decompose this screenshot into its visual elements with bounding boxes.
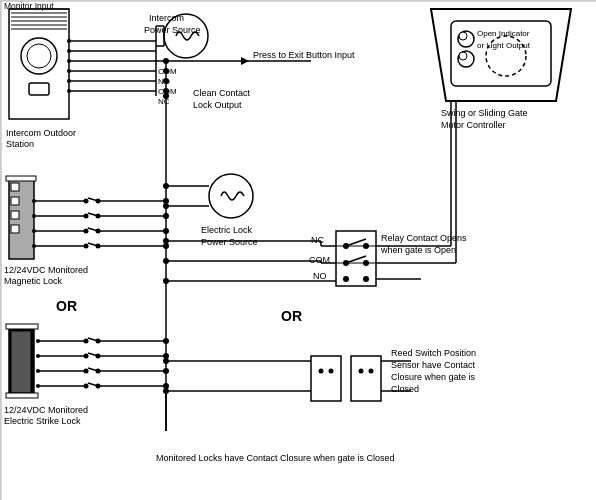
svg-rect-79 [6,393,38,398]
svg-rect-78 [6,324,38,329]
svg-point-49 [84,199,89,204]
svg-rect-36 [11,197,19,205]
intercom-power-label: Intercom [149,13,184,23]
clean-contact-label: Clean Contact [193,88,251,98]
reed-switch-label: Reed Switch Position [391,348,476,358]
electric-strike-label: 12/24VDC Monitored [4,405,88,415]
svg-point-151 [369,369,374,374]
svg-point-120 [163,203,169,209]
electric-lock-power-label2: Power Source [201,237,258,247]
svg-point-94 [84,354,89,359]
svg-rect-37 [11,211,19,219]
svg-point-10 [27,44,51,68]
electric-strike-label2: Electric Strike Lock [4,416,81,426]
open-indicator-label: Open Indicator [477,29,530,38]
svg-point-118 [163,183,169,189]
svg-point-116 [209,174,253,218]
svg-rect-146 [311,356,341,401]
svg-point-73 [163,213,169,219]
svg-point-163 [459,52,467,60]
svg-point-149 [329,369,334,374]
intercom-outdoor-label: Intercom Outdoor [6,128,76,138]
svg-rect-77 [11,331,31,393]
intercom-power-label2: Power Source [144,25,201,35]
no-label2: NO [313,271,327,281]
svg-point-170 [163,58,169,64]
svg-point-59 [84,229,89,234]
relay-label: Relay Contact Opens [381,233,467,243]
svg-point-64 [84,244,89,249]
svg-point-133 [163,238,169,244]
svg-rect-39 [6,176,36,181]
svg-point-141 [163,278,169,284]
monitor-input-text: Monitor Input [4,1,54,11]
svg-point-99 [84,369,89,374]
reed-switch-label2: Sensor have Contact [391,360,476,370]
svg-point-130 [343,276,349,282]
open-indicator-label2: or Light Output [477,41,531,50]
clean-contact-label2: Lock Output [193,100,242,110]
svg-point-162 [459,32,467,40]
svg-point-148 [319,369,324,374]
reed-switch-label4: Closed [391,384,419,394]
or1-label: OR [56,298,77,314]
svg-point-114 [163,368,169,374]
svg-point-131 [363,276,369,282]
svg-point-150 [359,369,364,374]
svg-point-54 [84,214,89,219]
svg-rect-121 [336,231,376,286]
intercom-outdoor-label2: Station [6,139,34,149]
svg-point-174 [163,93,169,99]
magnetic-lock-label2: Magnetic Lock [4,276,63,286]
svg-point-171 [163,68,169,74]
svg-rect-38 [11,225,19,233]
swing-gate-label: Swing or Sliding Gate [441,108,528,118]
press-exit-label: Press to Exit Button Input [253,50,355,60]
or2-label: OR [281,308,302,324]
svg-rect-11 [29,83,49,95]
reed-switch-label3: Closure when gate is [391,372,476,382]
magnetic-lock-label: 12/24VDC Monitored [4,265,88,275]
svg-rect-147 [351,356,381,401]
electric-lock-power-label: Electric Lock [201,225,253,235]
svg-point-112 [163,338,169,344]
svg-point-126 [363,243,369,249]
svg-point-89 [84,339,89,344]
wiring-diagram: Intercom Outdoor Station Monitor Input I… [0,0,596,500]
svg-point-104 [84,384,89,389]
svg-point-137 [163,258,169,264]
svg-point-172 [163,78,169,84]
nc-label1: NC [158,97,170,106]
monitored-locks-label: Monitored Locks have Contact Closure whe… [156,453,395,463]
svg-point-74 [163,228,169,234]
svg-rect-35 [11,183,19,191]
svg-point-129 [363,260,369,266]
svg-point-153 [163,358,169,364]
nc-label2: NC [311,235,324,245]
